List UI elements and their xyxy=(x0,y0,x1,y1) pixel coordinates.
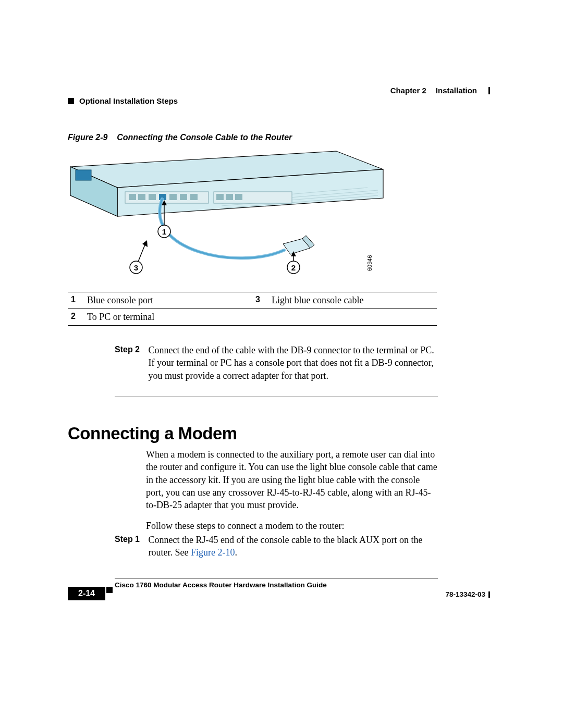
section-paragraph: When a modem is connected to the auxilia… xyxy=(146,448,438,511)
step-text-post: . xyxy=(235,547,237,558)
svg-rect-3 xyxy=(138,194,145,200)
svg-rect-4 xyxy=(149,194,156,200)
section-body: When a modem is connected to the auxilia… xyxy=(146,448,438,541)
legend-num-empty xyxy=(252,309,272,326)
table-row: 1 Blue console port 3 Light blue console… xyxy=(68,292,437,309)
callout-1: 1 xyxy=(162,227,166,236)
svg-rect-1 xyxy=(214,192,292,203)
legend-desc: To PC or terminal xyxy=(87,309,252,326)
callout-3: 3 xyxy=(134,263,138,272)
running-head-left: Optional Installation Steps xyxy=(68,96,178,105)
figure-cross-reference[interactable]: Figure 2-10 xyxy=(191,547,235,558)
table-row: 2 To PC or terminal xyxy=(68,309,437,326)
chapter-title: Installation xyxy=(436,86,477,95)
section-title: Optional Installation Steps xyxy=(79,96,178,105)
footer-book-title: Cisco 1760 Modular Access Router Hardwar… xyxy=(115,581,327,589)
svg-rect-9 xyxy=(216,194,224,200)
legend-num: 2 xyxy=(68,309,87,326)
svg-rect-11 xyxy=(235,194,242,200)
figure-legend-table: 1 Blue console port 3 Light blue console… xyxy=(68,292,437,326)
art-number: 60946 xyxy=(366,255,373,271)
legend-num: 3 xyxy=(252,292,272,309)
svg-rect-2 xyxy=(129,194,136,200)
legend-desc-empty xyxy=(272,309,437,326)
footer-rule xyxy=(115,578,438,578)
footer-doc-number: 78-13342-03 xyxy=(445,590,490,598)
figure-caption: Figure 2-9 Connecting the Console Cable … xyxy=(68,133,292,142)
black-square-icon xyxy=(68,98,74,104)
svg-rect-6 xyxy=(169,194,177,200)
svg-rect-8 xyxy=(190,194,198,200)
step-label: Step 1 xyxy=(115,534,146,545)
legend-num: 1 xyxy=(68,292,87,309)
section-heading: Connecting a Modem xyxy=(68,424,237,443)
doc-number: 78-13342-03 xyxy=(445,590,485,598)
section-divider xyxy=(115,396,438,397)
figure-illustration: 1 3 2 60946 xyxy=(65,146,440,287)
svg-rect-12 xyxy=(76,170,91,180)
legend-desc: Light blue console cable xyxy=(272,292,437,309)
step-text: Connect the RJ-45 end of the console cab… xyxy=(149,534,435,559)
step-text: Connect the end of the cable with the DB… xyxy=(149,344,435,382)
step-label: Step 2 xyxy=(115,344,146,355)
figure-title: Connecting the Console Cable to the Rout… xyxy=(117,133,292,142)
step-2-block: Step 2 Connect the end of the cable with… xyxy=(115,344,438,382)
callout-2: 2 xyxy=(291,263,296,272)
svg-rect-7 xyxy=(180,194,187,200)
black-square-icon xyxy=(106,587,113,593)
svg-rect-10 xyxy=(226,194,233,200)
footer-rule-icon xyxy=(488,591,490,598)
figure-number: Figure 2-9 xyxy=(68,133,107,142)
step-text-pre: Connect the RJ-45 end of the console cab… xyxy=(149,535,423,558)
running-head-right: Chapter 2 Installation xyxy=(390,86,490,95)
legend-desc: Blue console port xyxy=(87,292,252,309)
header-rule-icon xyxy=(488,87,490,94)
svg-marker-17 xyxy=(142,240,148,247)
chapter-label: Chapter 2 xyxy=(390,86,426,95)
section-paragraph: Follow these steps to connect a modem to… xyxy=(146,520,438,532)
page-number: 2-14 xyxy=(68,587,105,600)
step-1-block: Step 1 Connect the RJ-45 end of the cons… xyxy=(115,534,438,559)
